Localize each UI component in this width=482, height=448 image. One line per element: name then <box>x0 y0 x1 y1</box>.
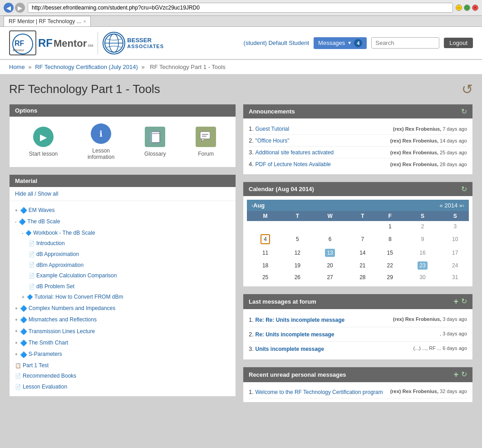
cal-day[interactable]: 19 <box>284 259 311 272</box>
next-month-button[interactable]: › <box>462 202 464 209</box>
transmission-lines-link[interactable]: Transmission Lines Lecture <box>29 327 95 337</box>
forum-link[interactable]: Units incomplete message <box>255 346 324 352</box>
search-input[interactable] <box>371 37 439 49</box>
cal-day[interactable]: 26 <box>284 272 311 283</box>
list-item[interactable]: + 🔷 The Smith Chart <box>15 337 230 349</box>
refresh-icon[interactable]: ↻ <box>461 107 467 116</box>
cal-refresh-icon[interactable]: ↻ <box>461 185 467 193</box>
cal-day[interactable]: 14 <box>349 246 376 259</box>
introduction-link[interactable]: Introduction <box>36 239 65 249</box>
tutorial-link[interactable]: Tutorial: How to Convert FROM dBm <box>34 292 123 302</box>
cal-day[interactable]: 5 <box>284 232 311 246</box>
cal-day[interactable]: 11 <box>247 246 284 259</box>
cal-day-weekend[interactable]: 31 <box>442 272 469 283</box>
example-calc-link[interactable]: Example Calculation Comparison <box>36 271 117 281</box>
cal-day[interactable]: 25 <box>247 272 284 283</box>
messages-button[interactable]: Messages ▼ 4 <box>314 37 367 49</box>
list-item[interactable]: 📄 Recommended Books <box>15 371 230 382</box>
forward-button[interactable]: ▶ <box>15 3 25 13</box>
announce-link[interactable]: PDF of Lecture Notes Available <box>255 161 331 167</box>
cal-day-weekend[interactable]: 2 <box>403 221 441 232</box>
announce-link[interactable]: Additional site features activated <box>255 149 334 156</box>
back-button[interactable]: ◀ <box>4 3 14 13</box>
cal-day-weekend[interactable]: 24 <box>442 259 469 272</box>
expand-icon[interactable]: + <box>15 339 18 347</box>
cal-day[interactable]: 22 <box>376 259 403 272</box>
cal-day[interactable]: 20 <box>311 259 349 272</box>
cal-day[interactable]: 21 <box>349 259 376 272</box>
cal-day-highlighted2[interactable]: 23 <box>403 259 441 272</box>
lesson-info-option[interactable]: ℹ Lessoninformation <box>88 123 114 160</box>
cal-day-weekend[interactable]: 16 <box>403 246 441 259</box>
list-item[interactable]: 📄 Example Calculation Comparison <box>15 271 230 281</box>
db-scale-link[interactable]: The dB Scale <box>27 217 60 227</box>
db-approx-link[interactable]: dB Approximation <box>36 250 79 260</box>
list-item[interactable]: + 🔷 S-Parameters <box>15 349 230 360</box>
tab-close-icon[interactable]: × <box>84 19 86 24</box>
part1-test-link[interactable]: Part 1 Test <box>23 361 49 371</box>
cal-day[interactable]: 18 <box>247 259 284 272</box>
dbm-approx-link[interactable]: dBm Approximation <box>36 261 84 271</box>
logout-button[interactable]: Logout <box>444 38 473 48</box>
cal-day[interactable]: 6 <box>311 232 349 246</box>
glossary-option[interactable]: Glossary <box>144 127 166 157</box>
expand-icon[interactable]: + <box>15 305 18 313</box>
smith-chart-link[interactable]: The Smith Chart <box>29 338 68 348</box>
recommended-books-link[interactable]: Recommended Books <box>23 371 76 381</box>
list-item[interactable]: 📄 dBm Approximation <box>15 260 230 271</box>
cal-day-today[interactable]: 4 <box>247 232 284 246</box>
cal-day[interactable]: 1 <box>376 221 403 232</box>
list-item[interactable]: - 🔷 The dB Scale <box>15 216 230 227</box>
back-icon[interactable]: ↺ <box>462 81 473 97</box>
active-tab[interactable]: RF Mentor | RF Technology ... × <box>4 16 91 26</box>
breadcrumb-home[interactable]: Home <box>9 64 25 70</box>
cal-day[interactable]: 27 <box>311 272 349 283</box>
breadcrumb-course[interactable]: RF Technology Certification (July 2014) <box>35 64 138 70</box>
expand-icon[interactable]: + <box>15 207 18 215</box>
expand-icon[interactable]: + <box>15 316 18 324</box>
cal-day-highlighted[interactable]: 13 <box>311 246 349 259</box>
cal-day[interactable]: 28 <box>349 272 376 283</box>
lesson-eval-link[interactable]: Lesson Evaluation <box>23 382 67 392</box>
browser-nav[interactable]: ◀ ▶ <box>4 3 25 13</box>
list-item[interactable]: - 🔷 Workbook - The dB Scale <box>15 228 230 239</box>
msg-link[interactable]: Welcome to the RF Technology Certificati… <box>255 389 383 395</box>
s-parameters-link[interactable]: S-Parameters <box>29 350 62 359</box>
workbook-db-link[interactable]: Workbook - The dB Scale <box>33 228 95 238</box>
expand-icon[interactable]: + <box>15 350 18 359</box>
student-link[interactable]: (student) Default Student <box>244 39 310 46</box>
cal-day-weekend[interactable]: 10 <box>442 232 469 246</box>
expand-icon[interactable]: + <box>15 327 18 335</box>
expand-icon[interactable]: - <box>22 229 23 237</box>
expand-icon[interactable]: + <box>22 293 25 301</box>
list-item[interactable]: + 🔷 Transmission Lines Lecture <box>15 326 230 337</box>
list-item[interactable]: 📄 Lesson Evaluation <box>15 382 230 393</box>
hide-show-all[interactable]: Hide all / Show all <box>10 187 236 201</box>
expand-icon[interactable]: - <box>15 218 16 226</box>
forum-link[interactable]: Re: Re: Units incomplete message <box>255 317 344 323</box>
list-item[interactable]: 📄 Introduction <box>15 238 230 249</box>
cal-day-weekend[interactable]: 17 <box>442 246 469 259</box>
cal-day-weekend[interactable]: 3 <box>442 221 469 232</box>
announce-link[interactable]: "Office Hours" <box>255 138 289 144</box>
forum-option[interactable]: Forum <box>196 127 216 157</box>
close-button[interactable]: ✕ <box>472 5 478 11</box>
em-waves-link[interactable]: EM Waves <box>29 206 55 216</box>
list-item[interactable]: 📋 Part 1 Test <box>15 360 230 371</box>
list-item[interactable]: + 🔷 Complex Numbers and Impedances <box>15 303 230 314</box>
cal-day[interactable]: 8 <box>376 232 403 246</box>
url-bar[interactable] <box>28 3 453 13</box>
list-item[interactable]: 📄 dB Problem Set <box>15 281 230 292</box>
hide-show-all-link[interactable]: Hide all / Show all <box>15 191 58 197</box>
mismatches-link[interactable]: Mismatches and Reflections <box>29 315 97 325</box>
announce-link[interactable]: Guest Tutorial <box>255 126 289 132</box>
maximize-button[interactable]: □ <box>464 5 470 11</box>
add-msg-icon[interactable]: + <box>453 370 458 379</box>
list-item[interactable]: + 🔷 EM Waves <box>15 205 230 216</box>
start-lesson-option[interactable]: ▶ Start lesson <box>29 127 58 157</box>
list-item[interactable]: + 🔷 Mismatches and Reflections <box>15 314 230 325</box>
cal-day[interactable]: 12 <box>284 246 311 259</box>
db-problem-link[interactable]: dB Problem Set <box>36 282 74 292</box>
add-forum-icon[interactable]: + <box>453 297 458 306</box>
list-item[interactable]: + 🔷 Tutorial: How to Convert FROM dBm <box>15 292 230 303</box>
